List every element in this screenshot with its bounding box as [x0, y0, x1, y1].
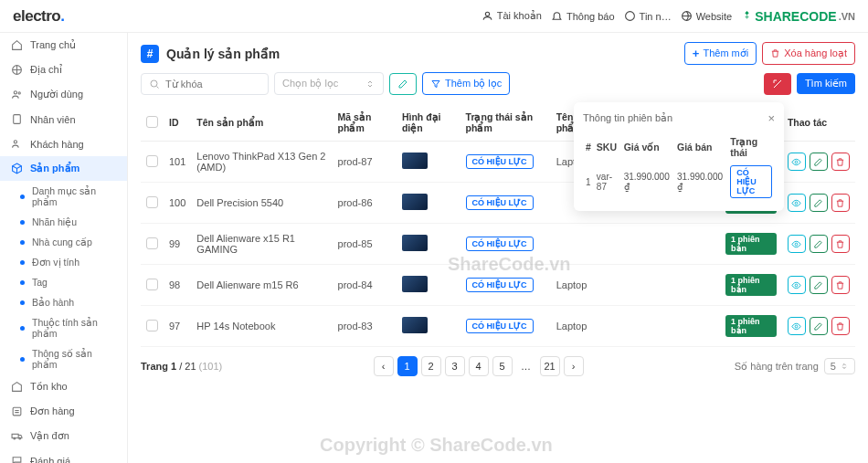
sidebar-item-review[interactable]: Đánh giá — [0, 448, 127, 463]
svg-point-18 — [796, 325, 799, 328]
keyword-input[interactable] — [141, 73, 269, 95]
page-info: Trang 1 / 21 (101) — [141, 361, 222, 372]
pager-page[interactable]: 21 — [540, 356, 560, 376]
view-button[interactable] — [788, 317, 806, 335]
sidebar-item-address[interactable]: Địa chỉ — [0, 58, 127, 82]
sidebar: Trang chủ Địa chỉ Người dùng Nhân viên K… — [0, 33, 128, 463]
thumbnail — [402, 194, 428, 210]
sidebar-sub-brand[interactable]: Nhãn hiệu — [0, 212, 127, 232]
filter-select[interactable]: Chọn bộ lọc — [274, 72, 384, 95]
row-checkbox[interactable] — [146, 279, 158, 290]
svg-point-4 — [14, 91, 16, 94]
svg-point-13 — [151, 80, 157, 87]
delete-button[interactable] — [831, 194, 850, 212]
sidebar-sub-category[interactable]: Danh mục sản phẩm — [0, 181, 127, 212]
svg-point-15 — [796, 202, 799, 205]
sidebar-item-product[interactable]: Sản phẩm — [0, 156, 127, 181]
sidebar-item-order[interactable]: Đơn hàng — [0, 399, 127, 424]
nav-notify[interactable]: Thông báo — [551, 10, 615, 22]
close-icon[interactable]: × — [767, 111, 775, 125]
sidebar-item-home[interactable]: Trang chủ — [0, 33, 127, 58]
pager-page[interactable]: 1 — [397, 356, 418, 376]
svg-point-7 — [14, 141, 16, 143]
row-checkbox[interactable] — [146, 196, 158, 208]
rpp-label: Số hàng trên trang — [735, 361, 819, 373]
pager-page[interactable]: 5 — [492, 356, 513, 376]
rpp-select[interactable]: 5 — [824, 358, 855, 374]
search-button[interactable]: Tìm kiếm — [797, 73, 855, 94]
status-badge: CÓ HIỆU LỰC — [466, 237, 534, 251]
version-badge[interactable]: 1 phiên bản — [725, 233, 777, 255]
delete-button[interactable] — [831, 235, 850, 253]
pager-page[interactable]: 4 — [469, 356, 489, 376]
sidebar-sub-supplier[interactable]: Nhà cung cấp — [0, 232, 127, 252]
row-checkbox[interactable] — [146, 155, 158, 167]
nav-news[interactable]: Tin n… — [624, 10, 672, 22]
table-row: 97HP 14s Notebookprod-83 CÓ HIỆU LỰC Lap… — [141, 306, 855, 347]
pager-page[interactable]: 2 — [421, 356, 441, 376]
svg-point-5 — [18, 92, 20, 94]
svg-point-14 — [796, 161, 799, 163]
status-badge: CÓ HIỆU LỰC — [466, 319, 534, 333]
status-badge: CÓ HIỆU LỰC — [466, 278, 534, 292]
sidebar-sub-spec[interactable]: Thông số sản phẩm — [0, 343, 127, 374]
sidebar-item-ship[interactable]: Vận đơn — [0, 424, 127, 448]
status-badge: CÓ HIỆU LỰC — [466, 154, 534, 169]
sidebar-item-staff[interactable]: Nhân viên — [0, 107, 127, 132]
nav-website[interactable]: Website — [681, 10, 733, 22]
svg-point-1 — [625, 12, 634, 21]
svg-rect-6 — [14, 115, 21, 124]
sidebar-sub-unit[interactable]: Đơn vị tính — [0, 252, 127, 272]
view-button[interactable] — [788, 235, 806, 253]
edit-button[interactable] — [810, 153, 828, 171]
delete-button[interactable] — [831, 153, 850, 171]
nav-account[interactable]: Tài khoản — [482, 10, 542, 22]
thumbnail — [402, 235, 428, 251]
svg-point-11 — [19, 437, 21, 439]
delete-button[interactable] — [831, 317, 850, 335]
pager-page[interactable]: … — [516, 356, 536, 376]
edit-button[interactable] — [810, 317, 828, 335]
row-checkbox[interactable] — [146, 320, 158, 331]
thumbnail — [402, 276, 428, 292]
edit-button[interactable] — [810, 194, 828, 212]
logo[interactable]: electro. — [13, 7, 64, 26]
svg-point-10 — [14, 437, 16, 439]
edit-button[interactable] — [810, 235, 828, 253]
view-button[interactable] — [788, 276, 806, 294]
sharecode-badge: SHARECODE.VN — [741, 9, 855, 24]
sidebar-item-customer[interactable]: Khách hàng — [0, 132, 127, 156]
row-checkbox[interactable] — [146, 237, 158, 249]
version-badge[interactable]: 1 phiên bản — [725, 274, 777, 296]
select-all-checkbox[interactable] — [146, 116, 158, 128]
table-row: 98Dell Alienware m15 R6prod-84 CÓ HIỆU L… — [141, 265, 855, 306]
add-filter-button[interactable]: Thêm bộ lọc — [422, 72, 510, 95]
sidebar-item-users[interactable]: Người dùng — [0, 82, 127, 107]
view-button[interactable] — [788, 153, 806, 171]
delete-batch-button[interactable]: Xóa hàng loạt — [762, 42, 855, 65]
pager-prev[interactable]: ‹ — [374, 356, 394, 376]
status-badge: CÓ HIỆU LỰC — [466, 195, 534, 210]
popover-row: 1var-8731.990.000 ₫31.990.000 ₫CÓ HIỆU L… — [583, 162, 775, 202]
pager-page[interactable]: 3 — [445, 356, 465, 376]
sidebar-sub-tag[interactable]: Tag — [0, 272, 127, 292]
pagination: ‹12345…21› — [374, 356, 584, 376]
svg-rect-9 — [12, 434, 18, 437]
view-button[interactable] — [788, 194, 806, 212]
delete-button[interactable] — [831, 276, 850, 294]
svg-rect-8 — [13, 407, 21, 416]
edit-button[interactable] — [810, 276, 828, 294]
version-popover: Thông tin phiên bản× #SKUGiá vốnGiá bánT… — [574, 102, 784, 211]
edit-filter-button[interactable] — [389, 73, 417, 95]
sidebar-sub-attribute[interactable]: Thuộc tính sản phẩm — [0, 312, 127, 343]
pager-next[interactable]: › — [564, 356, 584, 376]
svg-point-16 — [796, 243, 799, 246]
sidebar-sub-warranty[interactable]: Bảo hành — [0, 292, 127, 312]
thumbnail — [402, 317, 428, 333]
version-badge[interactable]: 1 phiên bản — [725, 315, 777, 337]
sidebar-item-stock[interactable]: Tồn kho — [0, 374, 127, 399]
add-button[interactable]: +Thêm mới — [684, 42, 757, 65]
clear-button[interactable] — [764, 73, 791, 95]
table-row: 99Dell Alienware x15 R1 GAMINGprod-85 CÓ… — [141, 224, 855, 265]
page-title: #Quản lý sản phẩm — [141, 45, 280, 63]
